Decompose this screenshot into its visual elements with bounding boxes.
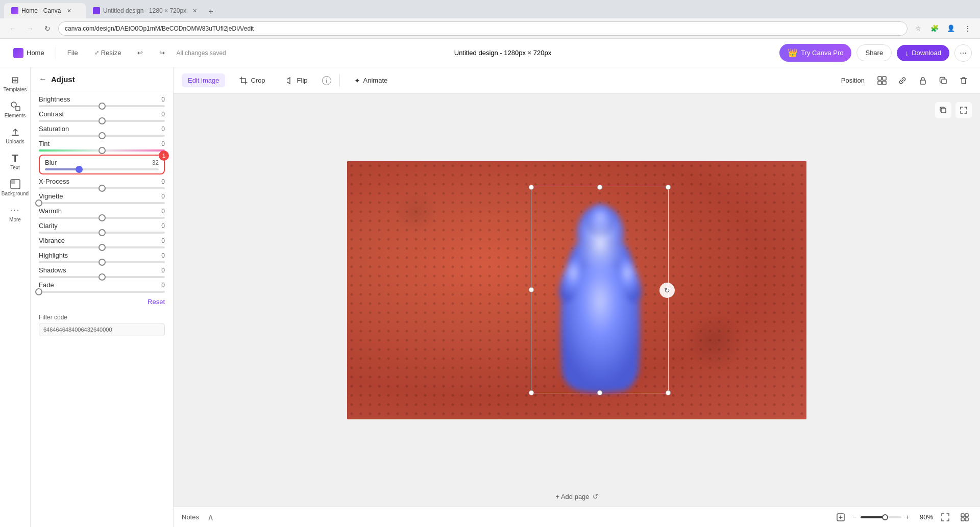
grid-icon[interactable] xyxy=(874,72,890,89)
status-bar: Notes ∧ − + xyxy=(174,507,980,527)
link-icon[interactable] xyxy=(894,72,911,89)
handle-top-middle[interactable] xyxy=(597,185,602,190)
clarity-track[interactable] xyxy=(39,232,165,234)
grid-view-button[interactable] xyxy=(958,510,972,524)
notes-expand-icon[interactable]: ∧ xyxy=(207,512,214,523)
add-page-bar: + Add page ↺ xyxy=(174,486,980,507)
canvas-copy-button[interactable] xyxy=(935,102,951,118)
reload-button[interactable]: ↻ xyxy=(41,22,54,35)
canvas-design[interactable]: ↻ xyxy=(347,161,806,419)
home-label: Home xyxy=(27,49,44,57)
close-tab-design[interactable]: ✕ xyxy=(192,8,197,14)
add-page-label: + Add page xyxy=(555,493,589,500)
flip-button[interactable]: Flip xyxy=(280,73,314,88)
tint-label: Tint xyxy=(39,140,50,147)
handle-bottom-middle[interactable] xyxy=(597,390,602,395)
zoom-slider[interactable] xyxy=(861,516,901,518)
address-bar[interactable]: canva.com/design/DAEtO0Op1mM/BeCODnOMW83… xyxy=(58,21,908,36)
zoom-minus[interactable]: − xyxy=(853,513,857,521)
fit-page-button[interactable] xyxy=(834,510,848,524)
vibrance-track[interactable] xyxy=(39,246,165,248)
sidebar-item-background[interactable]: Background xyxy=(2,175,29,199)
highlights-value: 0 xyxy=(153,252,165,259)
edit-image-button[interactable]: Edit image xyxy=(182,73,225,87)
shadows-row: Shadows 0 xyxy=(39,266,165,278)
toolbar-right: Position xyxy=(836,72,972,89)
try-pro-label: Try Canva Pro xyxy=(801,49,843,57)
copy-icon[interactable] xyxy=(935,72,951,89)
handle-top-left[interactable] xyxy=(529,185,534,190)
fullscreen-icon xyxy=(941,513,950,522)
handle-middle-left[interactable] xyxy=(529,287,534,292)
shadows-track[interactable] xyxy=(39,276,165,278)
warmth-track[interactable] xyxy=(39,217,165,219)
extension-icon[interactable]: 🧩 xyxy=(928,22,941,35)
tint-track[interactable] xyxy=(39,149,165,152)
tab-icon-home xyxy=(11,7,18,14)
back-button[interactable]: ← xyxy=(6,22,19,35)
brightness-track[interactable] xyxy=(39,105,165,107)
topbar-left: Home File ⤢ Resize ↩ ↪ All changes saved xyxy=(8,45,226,61)
crop-button[interactable]: Crop xyxy=(233,73,271,88)
saturation-track[interactable] xyxy=(39,135,165,137)
blur-track[interactable] xyxy=(45,168,159,170)
forward-button[interactable]: → xyxy=(23,22,37,35)
sidebar-item-more[interactable]: ··· More xyxy=(2,202,29,225)
new-tab-button[interactable]: + xyxy=(204,5,217,18)
handle-top-right[interactable] xyxy=(666,185,671,190)
tab-home[interactable]: Home - Canva ✕ xyxy=(4,3,86,18)
vignette-track[interactable] xyxy=(39,202,165,204)
sidebar-item-uploads[interactable]: Uploads xyxy=(2,123,29,147)
back-button[interactable]: ← xyxy=(39,74,47,84)
selected-image[interactable] xyxy=(531,187,669,393)
contrast-track[interactable] xyxy=(39,120,165,122)
lock-icon[interactable] xyxy=(915,72,931,89)
undo-button[interactable]: ↩ xyxy=(132,46,148,60)
position-button[interactable]: Position xyxy=(836,73,870,87)
tab-design[interactable]: Untitled design - 1280 × 720px ✕ xyxy=(86,3,204,18)
save-status: All changes saved xyxy=(176,49,226,57)
close-tab-home[interactable]: ✕ xyxy=(67,8,71,14)
canvas-expand-button[interactable] xyxy=(955,102,972,118)
redo-button[interactable]: ↪ xyxy=(154,46,170,60)
vibrance-row: Vibrance 0 xyxy=(39,237,165,248)
menu-icon[interactable]: ⋮ xyxy=(961,22,974,35)
notes-button[interactable]: Notes xyxy=(182,513,199,521)
handle-bottom-left[interactable] xyxy=(529,390,534,395)
share-button[interactable]: Share xyxy=(856,44,892,61)
vignette-row: Vignette 0 xyxy=(39,192,165,204)
templates-icon: ⊞ xyxy=(10,74,21,86)
xprocess-track[interactable] xyxy=(39,187,165,189)
sidebar-item-text[interactable]: T Text xyxy=(2,149,29,173)
crop-icon xyxy=(239,77,248,85)
try-pro-button[interactable]: 👑 Try Canva Pro xyxy=(779,44,851,62)
handle-bottom-right[interactable] xyxy=(666,390,671,395)
sidebar-item-elements[interactable]: Elements xyxy=(2,97,29,121)
resize-button[interactable]: ⤢ Resize xyxy=(89,46,127,60)
animate-button[interactable]: ✦ Animate xyxy=(348,73,394,88)
sidebar-item-templates[interactable]: ⊞ Templates xyxy=(2,71,29,95)
home-button[interactable]: Home xyxy=(8,45,50,61)
trash-icon[interactable] xyxy=(955,72,972,89)
info-button[interactable]: i xyxy=(322,76,331,85)
reset-button[interactable]: Reset xyxy=(148,298,165,306)
zoom-plus[interactable]: + xyxy=(905,513,910,521)
profile-icon[interactable]: 👤 xyxy=(944,22,958,35)
svg-rect-1 xyxy=(16,107,20,111)
add-page-button[interactable]: + Add page ↺ xyxy=(555,493,598,500)
download-button[interactable]: ↓ Download xyxy=(897,45,949,61)
tab-label-design: Untitled design - 1280 × 720px xyxy=(103,7,186,14)
vignette-label: Vignette xyxy=(39,192,63,200)
animate-label: Animate xyxy=(363,77,388,84)
file-button[interactable]: File xyxy=(62,46,83,60)
canvas-viewport[interactable]: ↻ xyxy=(174,94,980,486)
bookmark-icon[interactable]: ☆ xyxy=(912,22,925,35)
highlights-track[interactable] xyxy=(39,261,165,263)
zoom-control: − + xyxy=(853,513,910,521)
more-options-button[interactable]: ··· xyxy=(954,44,972,62)
fullscreen-button[interactable] xyxy=(938,510,952,524)
fade-track[interactable] xyxy=(39,291,165,293)
svg-rect-6 xyxy=(883,77,886,80)
filter-code-input[interactable] xyxy=(39,323,165,336)
rotate-button[interactable]: ↻ xyxy=(659,283,675,298)
